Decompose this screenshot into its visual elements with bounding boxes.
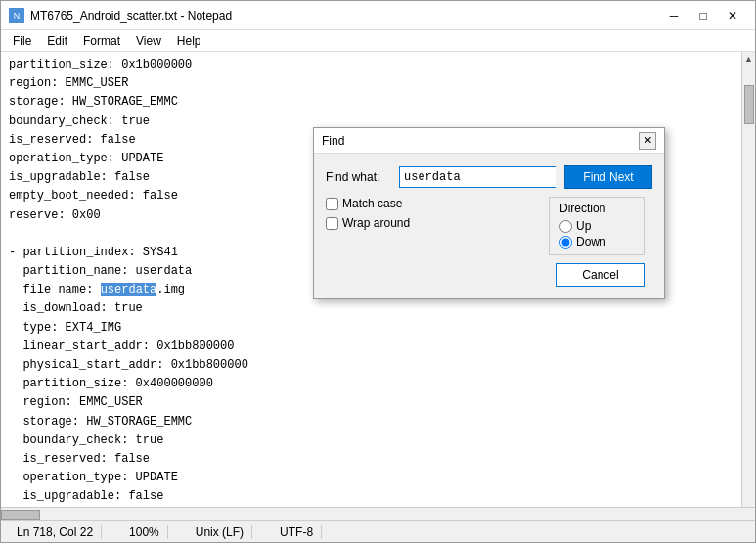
title-bar: N MT6765_Android_scatter.txt - Notepad ─… xyxy=(1,1,755,30)
menu-edit[interactable]: Edit xyxy=(39,32,75,50)
find-what-label: Find what: xyxy=(326,170,399,184)
find-checkboxes: Match case Wrap around xyxy=(326,197,410,230)
direction-label: Direction xyxy=(559,202,634,215)
direction-down-row: Down xyxy=(559,235,634,249)
menu-file[interactable]: File xyxy=(5,32,39,50)
wrap-around-label: Wrap around xyxy=(342,216,410,230)
match-case-label: Match case xyxy=(342,197,402,210)
horizontal-scrollbar[interactable] xyxy=(1,508,741,520)
vertical-scrollbar[interactable]: ▲ xyxy=(741,52,755,507)
wrap-around-row: Wrap around xyxy=(326,216,410,230)
find-next-button[interactable]: Find Next xyxy=(564,165,652,189)
cursor-position: Ln 718, Col 22 xyxy=(9,525,102,539)
window-title: MT6765_Android_scatter.txt - Notepad xyxy=(30,9,232,23)
match-case-checkbox[interactable] xyxy=(326,198,338,210)
zoom-level: 100% xyxy=(121,525,168,539)
direction-up-row: Up xyxy=(559,219,634,233)
window-controls: ─ □ ✕ xyxy=(659,5,747,26)
encoding: UTF-8 xyxy=(272,525,322,539)
menu-view[interactable]: View xyxy=(128,32,169,50)
minimize-button[interactable]: ─ xyxy=(659,5,689,26)
menu-bar: File Edit Format View Help xyxy=(1,30,755,52)
scroll-corner xyxy=(741,508,755,520)
highlighted-text: userdata xyxy=(101,283,157,296)
maximize-button[interactable]: □ xyxy=(689,5,718,26)
cancel-button[interactable]: Cancel xyxy=(556,263,645,287)
line-ending: Unix (LF) xyxy=(188,525,252,539)
wrap-around-checkbox[interactable] xyxy=(326,217,338,230)
find-dialog: Find ✕ Find what: Find Next Match case xyxy=(313,127,665,299)
match-case-row: Match case xyxy=(326,197,410,210)
status-bar: Ln 718, Col 22 100% Unix (LF) UTF-8 xyxy=(1,520,755,542)
menu-format[interactable]: Format xyxy=(75,32,128,50)
find-what-input[interactable] xyxy=(399,166,556,188)
direction-down-radio[interactable] xyxy=(559,236,572,249)
find-what-row: Find what: Find Next xyxy=(326,165,652,189)
direction-down-label: Down xyxy=(576,235,606,249)
direction-up-radio[interactable] xyxy=(559,220,572,233)
find-dialog-title: Find xyxy=(322,134,344,148)
app-icon: N xyxy=(9,8,24,23)
title-bar-left: N MT6765_Android_scatter.txt - Notepad xyxy=(9,8,232,23)
hscrollbar-container xyxy=(1,507,755,520)
hscroll-thumb[interactable] xyxy=(1,510,40,520)
find-options: Match case Wrap around Direction Up xyxy=(326,197,652,287)
find-body: Find what: Find Next Match case Wrap aro… xyxy=(314,154,664,298)
menu-help[interactable]: Help xyxy=(169,32,209,50)
scroll-thumb[interactable] xyxy=(744,85,754,124)
direction-group: Direction Up Down xyxy=(549,197,645,255)
direction-up-label: Up xyxy=(576,219,591,233)
find-title-bar: Find ✕ xyxy=(314,128,664,154)
close-button[interactable]: ✕ xyxy=(718,5,747,26)
scroll-up-arrow[interactable]: ▲ xyxy=(742,52,756,66)
main-window: N MT6765_Android_scatter.txt - Notepad ─… xyxy=(0,0,756,543)
find-close-button[interactable]: ✕ xyxy=(639,132,656,150)
